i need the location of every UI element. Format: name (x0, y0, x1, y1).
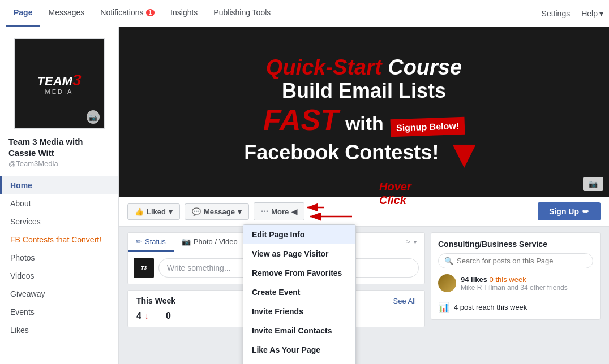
profile-pic-area: TEAM3 MEDIA 📷 (0, 33, 118, 132)
ellipsis-icon: ··· (261, 206, 268, 216)
status-tab-label: Status (145, 237, 166, 246)
chevron-flag-icon: ▾ (414, 239, 417, 245)
see-all-link[interactable]: See All (393, 297, 416, 305)
sidebar-item-photos[interactable]: Photos (0, 249, 118, 267)
liked-button[interactable]: 👍 Liked ▾ (127, 203, 180, 220)
cover-line3b: with (345, 112, 384, 134)
content-columns: ✏ Status 📷 Photo / Video 🏳 ▾ (119, 227, 609, 333)
profile-picture[interactable]: TEAM3 MEDIA 📷 (14, 38, 105, 129)
sidebar-navigation: Home About Services FB Contests that Con… (0, 176, 118, 339)
sidebar-item-events[interactable]: Events (0, 303, 118, 321)
chevron-down-icon: ▾ (599, 9, 603, 18)
page-handle: @Team3Media (0, 159, 118, 174)
likes-info: 94 likes 0 this week Mike R Tillman and … (461, 275, 568, 292)
dropdown-item-like-as-page[interactable]: Like As Your Page (243, 340, 355, 359)
cover-camera-button[interactable]: 📷 (583, 177, 603, 191)
message-label: Message (204, 207, 235, 216)
chart-icon: 📊 (438, 302, 449, 313)
likes-friends: Mike R Tillman and 34 other friends (461, 284, 568, 292)
post-avatar: T3 (134, 258, 154, 278)
likes-this-week: 0 this week (490, 275, 526, 284)
tab-notifications[interactable]: Notifications 1 (92, 0, 162, 27)
cover-line2: Build Email Lists (244, 80, 483, 102)
camera-icon-cover: 📷 (589, 180, 598, 188)
cover-line1-white: Course (388, 55, 462, 79)
tab-publishing-tools[interactable]: Publishing Tools (205, 0, 278, 27)
tab-notifications-label: Notifications (100, 8, 143, 17)
page-tabs-bar: Page Messages Notifications 1 Insights P… (0, 0, 609, 27)
right-column: Consulting/Business Service 🔍 94 likes (431, 232, 601, 327)
thumbs-up-icon: 👍 (135, 207, 144, 216)
dropdown-item-view-as-visitor[interactable]: View as Page Visitor (243, 244, 355, 263)
search-box[interactable]: 🔍 (438, 253, 593, 268)
chevron-down-icon-more: ◀ (291, 207, 297, 216)
metric-down-icon: ↓ (144, 311, 149, 321)
message-button[interactable]: 💬 Message ▾ (185, 203, 249, 220)
main-layout: TEAM3 MEDIA 📷 Team 3 Media with Cassie W… (0, 27, 609, 364)
sidebar-item-about[interactable]: About (0, 194, 118, 213)
action-bar: 👍 Liked ▾ 💬 Message ▾ ··· More ◀ (119, 197, 609, 227)
settings-link[interactable]: Settings (542, 9, 571, 18)
chevron-down-icon-liked: ▾ (169, 207, 173, 216)
sidebar-item-fb-contests[interactable]: FB Contests that Convert! (0, 231, 118, 249)
cover-line3-fast: FAST (263, 103, 338, 136)
signup-box: Signup Below! (390, 116, 465, 137)
metric-zero: 0 (166, 311, 171, 321)
help-link[interactable]: Help ▾ (581, 9, 603, 18)
arrow-down-icon: ▼ (444, 140, 483, 168)
sidebar-item-videos[interactable]: Videos (0, 267, 118, 285)
metric-value: 4 ↓ (136, 311, 149, 321)
pencil-icon: ✏ (582, 207, 589, 216)
dropdown-item-remove-favorites[interactable]: Remove From Favorites (243, 263, 355, 283)
main-content: Quick-Start Course Build Email Lists FAS… (119, 27, 609, 364)
notifications-badge: 1 (146, 9, 155, 16)
more-label: More (271, 207, 289, 216)
liked-label: Liked (147, 207, 166, 216)
tab-page[interactable]: Page (6, 0, 40, 27)
more-button[interactable]: ··· More ◀ Edit Pag (254, 202, 304, 220)
photo-tab-label: Photo / Video (194, 237, 238, 246)
cover-photo[interactable]: Quick-Start Course Build Email Lists FAS… (119, 27, 609, 197)
metric-number: 4 (136, 311, 141, 321)
flag-icon: 🏳 (405, 239, 411, 246)
sidebar: TEAM3 MEDIA 📷 Team 3 Media with Cassie W… (0, 27, 119, 364)
help-label: Help (581, 9, 598, 18)
message-icon: 💬 (192, 207, 201, 216)
sidebar-item-likes[interactable]: Likes (0, 321, 118, 339)
pencil-icon-status: ✏ (136, 237, 142, 246)
cover-line1-red: Quick-Start (266, 55, 382, 79)
red-arrow-more-svg (304, 202, 327, 213)
tab-insights[interactable]: Insights (162, 0, 205, 27)
signup-button[interactable]: Sign Up ✏ (538, 202, 601, 220)
right-panel-category: Consulting/Business Service 🔍 94 likes (431, 232, 601, 320)
cover-graphic: Quick-Start Course Build Email Lists FAS… (119, 27, 609, 197)
dropdown-item-create-event[interactable]: Create Event (243, 283, 355, 302)
red-arrow-edit-svg (304, 211, 355, 222)
likes-count: 94 likes (461, 275, 490, 284)
post-tab-status[interactable]: ✏ Status (128, 233, 174, 252)
divider (438, 297, 593, 297)
page-category: Consulting/Business Service (438, 240, 593, 249)
sidebar-item-home[interactable]: Home (0, 176, 118, 194)
dropdown-item-invite-email[interactable]: Invite Email Contacts (243, 321, 355, 340)
sidebar-item-giveaway[interactable]: Giveaway (0, 285, 118, 303)
likes-row: 94 likes 0 this week Mike R Tillman and … (438, 274, 593, 292)
likes-avatar (438, 274, 456, 292)
sidebar-item-services[interactable]: Services (0, 213, 118, 231)
dropdown-item-invite-friends[interactable]: Invite Friends (243, 302, 355, 321)
camera-icon: 📷 (89, 114, 97, 122)
this-week-title: This Week (136, 296, 175, 305)
more-dropdown: Edit Page Info View as Page Visitor Remo… (243, 224, 356, 364)
search-icon: 🔍 (444, 257, 453, 265)
flag-dropdown[interactable]: 🏳 ▾ (397, 233, 424, 252)
chevron-down-icon-message: ▾ (238, 207, 242, 216)
post-tab-photo[interactable]: 📷 Photo / Video (174, 233, 246, 252)
dropdown-item-edit-page-info[interactable]: Edit Page Info (243, 225, 355, 244)
cover-line4: Facebook Contests! (244, 141, 439, 164)
search-input[interactable] (457, 257, 587, 265)
post-reach-text: 4 post reach this week (454, 303, 527, 311)
post-reach-row: 📊 4 post reach this week (438, 302, 593, 313)
tab-messages[interactable]: Messages (40, 0, 92, 27)
camera-icon-tab: 📷 (182, 237, 191, 246)
dropdown-item-view-insights[interactable]: View Insights (243, 359, 355, 364)
